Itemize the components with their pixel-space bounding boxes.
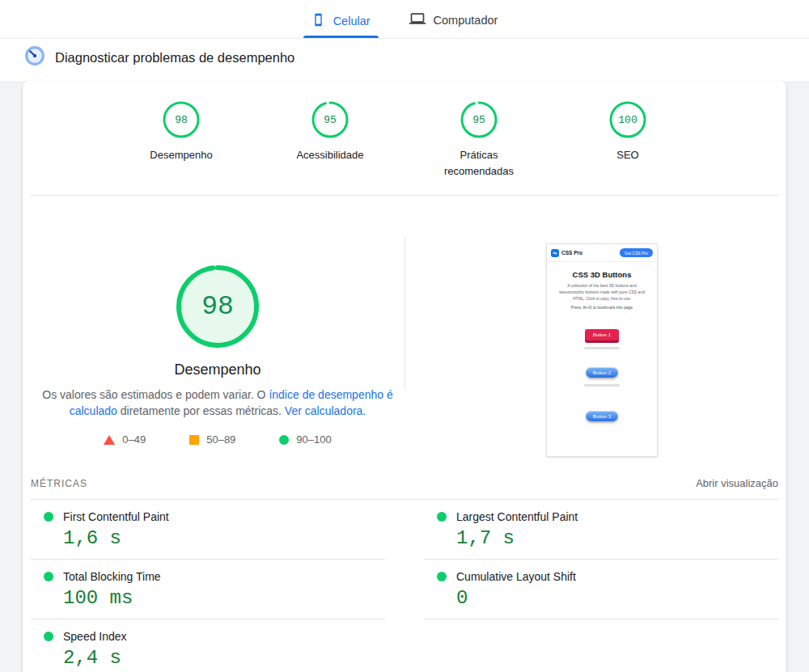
metric-largest-contentful-paint: Largest Contentful Paint 1,7 s: [424, 500, 778, 560]
see-calculator-link[interactable]: Ver calculadora.: [285, 404, 366, 417]
page-title: Diagnosticar problemas de desempenho: [55, 50, 294, 66]
metrics-section-label: MÉTRICAS: [31, 478, 87, 489]
description-text: Os valores são estimados e podem variar.…: [42, 388, 269, 401]
performance-description: Os valores são estimados e podem variar.…: [40, 387, 396, 419]
legend-average: 50–89: [189, 433, 235, 446]
score-item-desempenho[interactable]: 98 Desempenho: [133, 100, 229, 179]
score-label: Acessibilidade: [296, 147, 363, 163]
metrics-header: MÉTRICAS Abrir visualização: [31, 477, 778, 499]
score-value: 95: [460, 100, 498, 139]
performance-section: 98 Desempenho Os valores são estimados e…: [23, 196, 786, 458]
performance-score-value: 98: [176, 264, 260, 349]
pass-dot-icon: [44, 572, 53, 581]
metric-speed-index: Speed Index 2,4 s: [31, 619, 385, 672]
score-item-acessibilidade[interactable]: 95 Acessibilidade: [282, 100, 378, 179]
average-square-icon: [189, 435, 199, 445]
report-card: 98 Desempenho 95 Acessibilidade 95 Práti…: [23, 81, 786, 672]
page-heading: Diagnosticar problemas de desempenho: [0, 39, 809, 81]
pass-dot-icon: [44, 512, 53, 522]
thumbnail-logo: ⇆ CSS Pro: [551, 249, 582, 257]
score-gauge-seo: 100: [608, 100, 647, 139]
pass-dot-icon: [437, 572, 447, 581]
metric-first-contentful-paint: First Contentful Paint 1,6 s: [31, 500, 385, 560]
device-tabbar: Celular Computador: [0, 0, 809, 39]
open-visualization-link[interactable]: Abrir visualização: [696, 477, 778, 489]
legend-range: 0–49: [122, 433, 146, 446]
metric-cumulative-layout-shift: Cumulative Layout Shift 0: [424, 560, 778, 619]
vertical-divider: [404, 238, 405, 390]
legend-range: 50–89: [206, 433, 235, 446]
pass-circle-icon: [279, 435, 289, 445]
score-legend: 0–49 50–89 90–100: [31, 433, 404, 446]
score-label: SEO: [616, 147, 638, 163]
performance-gauge: 98: [176, 264, 260, 349]
thumbnail-button-3: Button 3: [586, 411, 618, 421]
pass-dot-icon: [437, 512, 447, 522]
pass-dot-icon: [44, 632, 53, 641]
metric-name: Cumulative Layout Shift: [456, 570, 576, 583]
thumbnail-site-name: CSS Pro: [561, 250, 582, 256]
laptop-icon: [409, 11, 426, 29]
tab-computador[interactable]: Computador: [401, 0, 506, 38]
performance-summary: 98 Desempenho Os valores são estimados e…: [31, 196, 404, 458]
legend-fail: 0–49: [104, 433, 146, 446]
tab-computador-label: Computador: [434, 14, 498, 27]
tab-celular[interactable]: Celular: [303, 2, 379, 38]
score-value: 98: [162, 100, 201, 139]
metric-value: 2,4 s: [63, 647, 385, 669]
performance-gauge-label: Desempenho: [31, 361, 404, 378]
tab-celular-label: Celular: [333, 15, 371, 27]
description-text: diretamente por essas métricas.: [117, 404, 285, 417]
thumbnail-heading: CSS 3D Buttons: [553, 270, 650, 279]
metric-name: Total Blocking Time: [63, 570, 161, 583]
score-item-praticas-recomendadas[interactable]: 95 Práticas recomendadas: [431, 100, 527, 179]
metric-name: Largest Contentful Paint: [456, 510, 578, 523]
thumbnail-body: CSS 3D Buttons A collection of the best …: [547, 262, 657, 421]
legend-range: 90–100: [296, 433, 331, 446]
thumbnail-cta-button: Get CSS Pro: [620, 248, 653, 257]
lighthouse-icon: [24, 45, 45, 70]
metric-value: 100 ms: [63, 587, 385, 609]
metrics-section: MÉTRICAS Abrir visualização First Conten…: [23, 477, 786, 672]
fail-triangle-icon: [104, 435, 115, 445]
score-label: Práticas recomendadas: [431, 147, 527, 179]
thumbnail-button-2: Button 2: [586, 367, 618, 378]
css-pro-logo-icon: ⇆: [551, 249, 559, 257]
score-gauge-praticas: 95: [460, 100, 498, 139]
score-item-seo[interactable]: 100 SEO: [580, 100, 676, 179]
phone-icon: [311, 13, 325, 29]
page-background: 98 Desempenho 95 Acessibilidade 95 Práti…: [0, 81, 809, 672]
metrics-grid: First Contentful Paint 1,6 s Largest Con…: [31, 500, 778, 672]
score-gauge-desempenho: 98: [162, 100, 201, 139]
thumbnail-bookmark-hint: Press ⌘+D to bookmark this page: [553, 305, 650, 310]
score-value: 100: [608, 100, 647, 139]
thumbnail-byline-1: [584, 347, 620, 349]
thumbnail-description: A collection of the best 3D buttons and …: [555, 283, 649, 302]
metric-total-blocking-time: Total Blocking Time 100 ms: [31, 560, 385, 619]
legend-pass: 90–100: [279, 433, 331, 446]
thumbnail-button-1: Button 1: [585, 329, 619, 340]
score-label: Desempenho: [150, 147, 212, 163]
metric-value: 1,7 s: [456, 527, 778, 549]
metric-value: 0: [456, 587, 778, 609]
score-value: 95: [311, 100, 349, 139]
preview-column: ⇆ CSS Pro Get CSS Pro CSS 3D Buttons A c…: [404, 196, 778, 458]
metric-name: Speed Index: [63, 630, 127, 643]
category-scores: 98 Desempenho 95 Acessibilidade 95 Práti…: [23, 81, 786, 192]
score-gauge-acessibilidade: 95: [311, 100, 349, 139]
thumbnail-header: ⇆ CSS Pro Get CSS Pro: [547, 244, 657, 262]
page-screenshot-thumbnail[interactable]: ⇆ CSS Pro Get CSS Pro CSS 3D Buttons A c…: [547, 244, 657, 456]
metric-value: 1,6 s: [63, 527, 385, 549]
thumbnail-byline-2: [584, 384, 620, 387]
metric-name: First Contentful Paint: [63, 510, 169, 523]
